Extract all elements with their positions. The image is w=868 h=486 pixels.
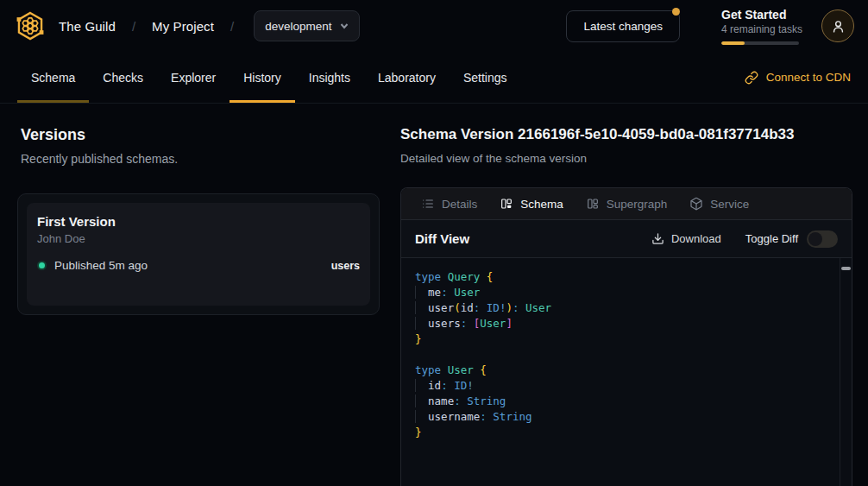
latest-changes-button[interactable]: Latest changes: [566, 10, 680, 42]
published-status-icon: [37, 261, 47, 270]
download-label: Download: [671, 232, 721, 245]
target-select[interactable]: development: [254, 10, 360, 41]
toggle-knob: [808, 232, 822, 246]
versions-title: Versions: [21, 124, 380, 145]
notification-dot: [672, 8, 680, 16]
toggle-diff-switch[interactable]: [807, 230, 838, 248]
detail-tab-bar: Details Schema Supergr: [401, 188, 852, 220]
version-name: First Version: [37, 213, 360, 230]
version-author: John Doe: [37, 232, 360, 246]
breadcrumb-separator: /: [132, 19, 135, 34]
version-list-item[interactable]: First Version John Doe Published 5m ago …: [27, 203, 370, 306]
diff-view-header: Diff View Download Toggle Diff: [401, 220, 852, 258]
breadcrumb-separator: /: [230, 19, 234, 34]
connect-to-cdn-label: Connect to CDN: [766, 71, 851, 84]
tab-insights[interactable]: Insights: [295, 52, 364, 103]
main-nav: Schema Checks Explorer History Insights …: [0, 52, 868, 104]
breadcrumb-org[interactable]: The Guild: [59, 19, 116, 34]
toggle-diff-label: Toggle Diff: [745, 232, 798, 245]
schema-version-title: Schema Version 2166196f-5e10-4059-bd0a-0…: [400, 124, 852, 145]
chevron-down-icon: [340, 22, 349, 30]
schema-code-viewer[interactable]: type Query { me: User user(id: ID!): Use…: [401, 258, 852, 486]
breadcrumb: The Guild / My Project /: [59, 19, 250, 34]
get-started-progress-bar: [721, 41, 799, 45]
latest-changes-label: Latest changes: [583, 20, 663, 33]
guild-hive-logo[interactable]: [14, 9, 47, 42]
top-header: The Guild / My Project / development Lat…: [0, 0, 868, 52]
list-icon: [421, 197, 435, 211]
get-started-title: Get Started: [721, 8, 799, 22]
versions-list: First Version John Doe Published 5m ago …: [17, 193, 380, 315]
download-button[interactable]: Download: [651, 232, 721, 245]
tab-checks[interactable]: Checks: [89, 52, 157, 103]
get-started-widget[interactable]: Get Started 4 remaining tasks: [721, 8, 799, 45]
tab-explorer[interactable]: Explorer: [157, 52, 230, 103]
tab-service[interactable]: Service: [678, 188, 760, 219]
user-avatar-button[interactable]: [821, 9, 854, 42]
columns-icon: [500, 197, 513, 211]
code-scrollbar-track: [840, 258, 840, 486]
tab-details[interactable]: Details: [410, 188, 488, 219]
versions-subtitle: Recently published schemas.: [21, 151, 380, 167]
code-block: type Query { me: User user(id: ID!): Use…: [415, 269, 829, 440]
versions-panel: Versions Recently published schemas. Fir…: [17, 124, 380, 486]
tab-laboratory[interactable]: Laboratory: [364, 52, 450, 103]
version-status-row: Published 5m ago users: [37, 259, 360, 272]
connect-to-cdn-button[interactable]: Connect to CDN: [745, 71, 851, 85]
link-icon: [745, 71, 758, 85]
tab-supergraph[interactable]: Supergraph: [575, 188, 679, 219]
tab-history[interactable]: History: [230, 52, 295, 103]
tab-schema-detail[interactable]: Schema: [488, 188, 575, 219]
version-service-badge: users: [331, 260, 360, 272]
breadcrumb-project[interactable]: My Project: [152, 19, 214, 34]
get-started-subtitle: 4 remaining tasks: [721, 23, 799, 36]
progress-fill: [721, 41, 745, 45]
schema-version-subtitle: Detailed view of the schema version: [400, 151, 852, 166]
user-icon: [831, 19, 846, 34]
target-select-value: development: [265, 20, 331, 33]
diff-view-title: Diff View: [415, 231, 469, 246]
tab-service-label: Service: [710, 198, 749, 211]
columns-icon: [586, 197, 600, 211]
tab-settings[interactable]: Settings: [450, 52, 521, 103]
download-icon: [651, 232, 664, 245]
cube-icon: [689, 197, 703, 211]
tab-schema[interactable]: Schema: [17, 52, 89, 103]
version-status: Published 5m ago: [54, 259, 148, 272]
tab-details-label: Details: [442, 198, 477, 211]
main-content: Versions Recently published schemas. Fir…: [0, 104, 868, 486]
tab-schema-detail-label: Schema: [520, 198, 563, 211]
tab-supergraph-label: Supergraph: [607, 198, 668, 211]
schema-detail-card: Details Schema Supergr: [400, 187, 852, 486]
code-scrollbar-thumb[interactable]: [841, 267, 851, 270]
version-detail-panel: Schema Version 2166196f-5e10-4059-bd0a-0…: [400, 124, 852, 486]
